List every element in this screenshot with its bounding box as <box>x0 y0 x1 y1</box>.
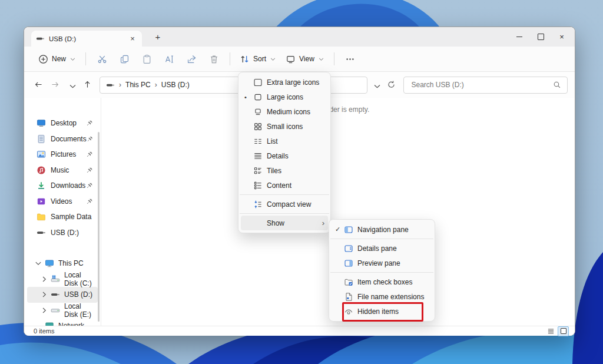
sidebar-scrollbar[interactable] <box>98 132 100 322</box>
tree-item-local-disk-c[interactable]: Local Disk (C:) <box>27 272 98 287</box>
menu-item-hidden-items[interactable]: Hidden items <box>332 304 432 319</box>
check-icon: ✓ <box>335 226 344 233</box>
documents-icon <box>37 134 46 144</box>
details-view-toggle-icon[interactable] <box>546 327 555 335</box>
address-dropdown-button[interactable] <box>367 77 384 93</box>
sidebar-item-videos[interactable]: Videos <box>27 194 98 210</box>
menu-item-extra-large-icons[interactable]: Extra large icons <box>241 75 328 90</box>
sidebar-item-usb-d[interactable]: USB (D:) <box>27 225 98 241</box>
sort-button[interactable]: Sort <box>235 50 281 68</box>
tree-item-this-pc[interactable]: This PC <box>27 256 98 272</box>
chevron-down-icon <box>318 56 324 62</box>
breadcrumb-usb-d[interactable]: USB (D:) <box>161 81 190 89</box>
view-menu: Extra large icons•Large iconsMedium icon… <box>238 72 331 233</box>
tab-close-icon[interactable]: × <box>128 34 137 43</box>
sidebar-item-sample-data[interactable]: Sample Data <box>27 209 98 225</box>
trash-icon <box>209 54 219 64</box>
minimize-button[interactable] <box>509 29 530 45</box>
menu-item-details[interactable]: Details <box>241 148 328 163</box>
menu-item-large-icons[interactable]: •Large icons <box>241 90 328 104</box>
details-pane-icon <box>344 244 353 253</box>
forward-button[interactable] <box>48 77 64 93</box>
new-tab-button[interactable]: + <box>151 31 164 43</box>
menu-item-show[interactable]: Show› <box>241 216 328 230</box>
see-more-button[interactable] <box>339 50 362 68</box>
menu-item-label: Navigation pane <box>357 226 409 234</box>
sidebar-item-downloads[interactable]: Downloads <box>27 178 98 194</box>
chevron-right-icon[interactable] <box>40 290 48 299</box>
toolbar-divider <box>334 52 334 65</box>
menu-item-tiles[interactable]: Tiles <box>241 163 328 178</box>
menu-separator <box>240 213 329 214</box>
menu-item-item-check-boxes[interactable]: Item check boxes <box>332 274 432 289</box>
breadcrumb-this-pc[interactable]: This PC <box>125 81 151 89</box>
search-box[interactable] <box>403 77 568 94</box>
usb-drive-icon <box>36 34 45 43</box>
chevron-down-icon <box>373 82 379 88</box>
delete-button[interactable] <box>203 50 225 68</box>
new-button[interactable]: New <box>34 50 81 68</box>
menu-item-file-name-extensions[interactable]: File name extensions <box>332 289 432 304</box>
menu-item-content[interactable]: Content <box>241 178 328 193</box>
thumbnail-view-toggle[interactable] <box>558 326 569 336</box>
sidebar-item-documents[interactable]: Documents <box>27 131 98 147</box>
network-icon <box>45 321 54 326</box>
tree-item-network[interactable]: Network <box>27 318 98 326</box>
item-check-boxes-icon <box>344 277 353 287</box>
sidebar-item-pictures[interactable]: Pictures <box>27 147 98 163</box>
tree-item-label: USB (D:) <box>64 290 92 299</box>
menu-item-label: Details <box>267 152 289 160</box>
copy-icon <box>120 54 130 64</box>
preview-pane-icon <box>344 259 353 268</box>
menu-item-list[interactable]: List <box>241 134 328 148</box>
menu-item-small-icons[interactable]: Small icons <box>241 119 328 134</box>
list-view-icon <box>253 137 263 146</box>
navigation-pane-icon <box>344 225 353 234</box>
paste-button[interactable] <box>135 50 158 68</box>
menu-item-compact-view[interactable]: Compact view <box>241 197 328 211</box>
back-icon <box>34 80 44 90</box>
chevron-down-icon[interactable] <box>34 259 42 267</box>
recent-locations-button[interactable] <box>64 77 80 93</box>
sidebar-item-music[interactable]: Music <box>27 163 98 178</box>
tab-usb-drive[interactable]: USB (D:) × <box>31 31 142 47</box>
menu-item-navigation-pane[interactable]: ✓Navigation pane <box>332 222 432 237</box>
menu-item-label: Compact view <box>267 200 311 209</box>
disk-icon <box>51 306 60 315</box>
menu-separator <box>330 239 433 239</box>
chevron-right-icon[interactable] <box>40 306 48 315</box>
minimize-icon <box>516 37 522 37</box>
navigation-pane: DesktopDocumentsPicturesMusicDownloadsVi… <box>24 98 101 326</box>
copy-button[interactable] <box>113 50 135 68</box>
share-button[interactable] <box>180 50 203 68</box>
sidebar-item-desktop[interactable]: Desktop <box>27 115 98 131</box>
chevron-right-icon[interactable] <box>40 275 48 283</box>
menu-item-details-pane[interactable]: Details pane <box>332 241 432 256</box>
sidebar-item-label: Pictures <box>51 150 76 158</box>
forward-icon <box>51 80 61 90</box>
view-button[interactable]: View <box>281 50 329 68</box>
back-button[interactable] <box>31 77 48 93</box>
tree-item-label: This PC <box>58 259 84 267</box>
usb-drive-icon <box>37 228 46 237</box>
refresh-button[interactable] <box>384 77 400 93</box>
sidebar-item-label: USB (D:) <box>51 229 79 237</box>
rename-button[interactable] <box>158 50 180 68</box>
tree-item-label: Local Disk (E:) <box>64 302 95 319</box>
tree-item-label: Local Disk (C:) <box>64 271 95 287</box>
usb-drive-icon <box>106 81 115 90</box>
pin-icon <box>86 120 93 127</box>
tree-item-usb-d[interactable]: USB (D:) <box>27 287 98 303</box>
maximize-button[interactable] <box>530 29 551 45</box>
tree-item-local-disk-e[interactable]: Local Disk (E:) <box>27 303 98 319</box>
sidebar-item-label: Sample Data <box>51 213 91 221</box>
menu-item-preview-pane[interactable]: Preview pane <box>332 256 432 270</box>
expander-spacer <box>34 322 42 326</box>
more-icon <box>345 54 355 64</box>
close-button[interactable]: × <box>551 29 572 45</box>
search-input[interactable] <box>410 80 553 90</box>
cut-button[interactable] <box>91 50 113 68</box>
menu-item-medium-icons[interactable]: Medium icons <box>241 104 328 119</box>
up-button[interactable] <box>80 77 97 93</box>
pin-icon <box>86 182 93 189</box>
